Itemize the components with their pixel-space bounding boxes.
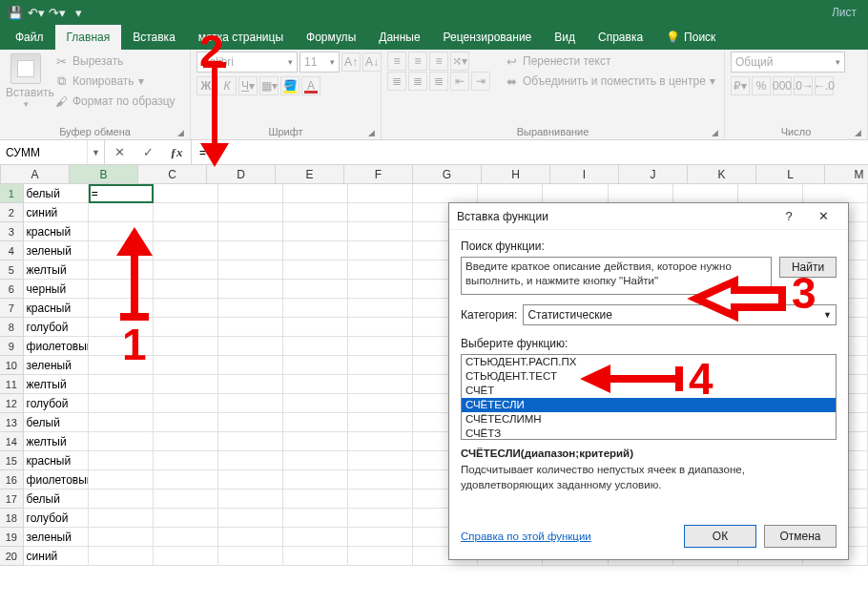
cell[interactable]: желтый — [24, 432, 89, 451]
cell[interactable] — [348, 260, 413, 280]
row-header[interactable]: 16 — [0, 470, 24, 489]
cell[interactable] — [89, 222, 154, 241]
cell[interactable] — [348, 489, 413, 509]
cell[interactable] — [89, 241, 154, 260]
increase-font-icon[interactable]: A↑ — [341, 52, 361, 72]
cell[interactable] — [283, 547, 348, 566]
cell[interactable]: желтый — [24, 375, 89, 394]
cell[interactable] — [218, 489, 283, 509]
function-list-item[interactable]: СЧЁТЕСЛИ — [462, 398, 836, 412]
function-list-item[interactable]: СЧЁТЗ — [462, 427, 836, 440]
undo-icon[interactable]: ↶▾ — [27, 3, 46, 22]
cell[interactable] — [283, 451, 348, 470]
namebox-dropdown-icon[interactable]: ▼ — [87, 140, 104, 164]
cell[interactable] — [348, 509, 413, 528]
cell[interactable] — [89, 280, 154, 299]
cancel-formula-button[interactable]: ✕ — [105, 145, 134, 159]
formula-input[interactable]: = — [192, 140, 868, 164]
column-header[interactable]: K — [688, 165, 756, 184]
save-icon[interactable]: 💾 — [6, 3, 25, 22]
cell[interactable] — [348, 451, 413, 470]
cell[interactable] — [348, 432, 413, 451]
cell[interactable] — [89, 413, 154, 432]
cell[interactable] — [154, 432, 218, 451]
font-name-combo[interactable]: Calibri▾ — [196, 52, 298, 73]
cell[interactable] — [154, 280, 218, 299]
cell[interactable] — [89, 337, 154, 356]
cell[interactable] — [218, 184, 283, 203]
tab-page-layout[interactable]: метка страницы — [187, 25, 295, 50]
cell[interactable]: голубой — [24, 318, 89, 337]
align-middle-icon[interactable]: ≡ — [408, 52, 427, 71]
cell[interactable] — [218, 413, 283, 432]
cell[interactable] — [218, 260, 283, 280]
tab-review[interactable]: Рецензирование — [432, 25, 544, 50]
cell[interactable] — [154, 318, 218, 337]
tab-home[interactable]: Главная — [55, 25, 122, 50]
clipboard-launcher-icon[interactable]: ◢ — [177, 128, 184, 137]
merge-center-button[interactable]: ⬌Объединить и поместить в центре ▾ — [500, 72, 719, 91]
cell[interactable] — [154, 547, 218, 566]
cell[interactable] — [154, 509, 218, 528]
row-header[interactable]: 20 — [0, 547, 24, 566]
font-launcher-icon[interactable]: ◢ — [368, 128, 375, 137]
cell[interactable] — [154, 375, 218, 394]
cell[interactable] — [154, 260, 218, 280]
cell[interactable] — [89, 318, 154, 337]
qat-customize-icon[interactable]: ▾ — [69, 3, 88, 22]
function-help-link[interactable]: Справка по этой функции — [461, 531, 591, 542]
cell[interactable] — [218, 299, 283, 318]
row-header[interactable]: 2 — [0, 203, 24, 222]
search-function-input[interactable]: Введите краткое описание действия, котор… — [461, 257, 772, 295]
cell[interactable] — [348, 375, 413, 394]
cell[interactable]: белый — [24, 489, 89, 509]
cell[interactable] — [283, 470, 348, 489]
comma-icon[interactable]: 000 — [773, 76, 792, 95]
cell[interactable] — [283, 375, 348, 394]
percent-icon[interactable]: % — [752, 76, 771, 95]
increase-indent-icon[interactable]: ⇥ — [471, 72, 490, 91]
cell[interactable] — [348, 299, 413, 318]
cell[interactable] — [154, 184, 218, 203]
cell[interactable] — [89, 394, 154, 413]
redo-icon[interactable]: ↷▾ — [48, 3, 67, 22]
row-header[interactable]: 12 — [0, 394, 24, 413]
cell[interactable] — [218, 241, 283, 260]
cell[interactable] — [348, 337, 413, 356]
cell[interactable] — [218, 451, 283, 470]
cell[interactable] — [154, 356, 218, 375]
cell[interactable] — [218, 203, 283, 222]
function-list-item[interactable]: СЧЁТ — [462, 384, 836, 398]
cell[interactable] — [154, 299, 218, 318]
cell[interactable] — [348, 241, 413, 260]
cell[interactable] — [89, 299, 154, 318]
cell[interactable] — [543, 184, 608, 203]
cell[interactable] — [89, 509, 154, 528]
orientation-icon[interactable]: ⤭▾ — [450, 52, 469, 71]
column-header[interactable]: I — [550, 165, 619, 184]
column-header[interactable]: J — [619, 165, 688, 184]
align-bottom-icon[interactable]: ≡ — [429, 52, 448, 71]
cell[interactable]: фиолетовый — [24, 337, 89, 356]
row-header[interactable]: 13 — [0, 413, 24, 432]
font-color-button[interactable]: A — [301, 76, 320, 95]
cell[interactable] — [283, 222, 348, 241]
cell[interactable] — [218, 318, 283, 337]
tab-view[interactable]: Вид — [543, 25, 587, 50]
cell[interactable] — [218, 509, 283, 528]
tab-insert[interactable]: Вставка — [121, 25, 187, 50]
tab-file[interactable]: Файл — [4, 25, 55, 50]
currency-icon[interactable]: ₽▾ — [731, 76, 750, 95]
number-format-combo[interactable]: Общий▾ — [731, 52, 845, 73]
underline-button[interactable]: Ч▾ — [238, 76, 258, 95]
row-header[interactable]: 15 — [0, 451, 24, 470]
wrap-text-button[interactable]: ↩Перенести текст — [500, 52, 719, 71]
cell[interactable] — [283, 184, 348, 203]
cell[interactable] — [348, 203, 413, 222]
row-header[interactable]: 7 — [0, 299, 24, 318]
cell[interactable] — [348, 318, 413, 337]
column-header[interactable]: M — [825, 165, 868, 184]
cell[interactable] — [348, 356, 413, 375]
tab-data[interactable]: Данные — [367, 25, 431, 50]
increase-decimal-icon[interactable]: .0→ — [794, 76, 813, 95]
